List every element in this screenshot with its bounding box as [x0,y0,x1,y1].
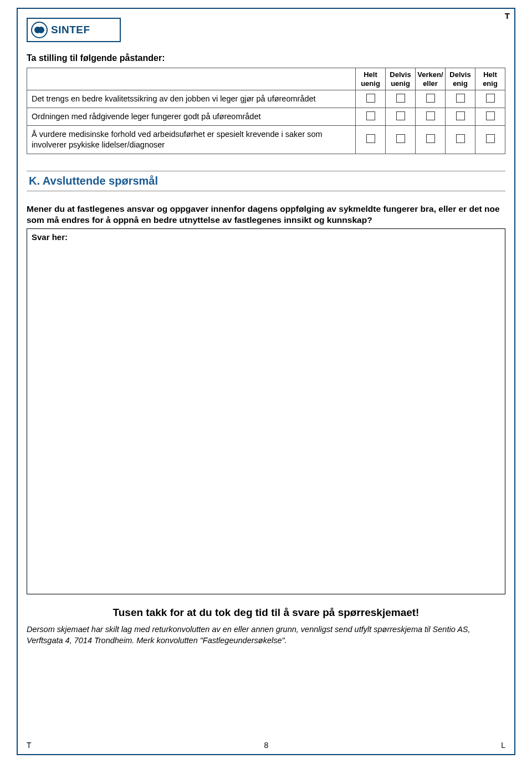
checkbox[interactable] [426,111,435,120]
table-row: Å vurdere medisinske forhold ved arbeids… [27,125,505,154]
col-header: Helt enig [475,68,505,90]
page-footer: T 8 L [27,741,505,750]
checkbox[interactable] [366,134,375,143]
checkbox[interactable] [486,111,495,120]
likert-table: Helt uenig Delvis uenig Verken/ eller De… [27,68,505,154]
checkbox[interactable] [486,94,495,103]
table-row: Ordningen med rådgivende leger fungerer … [27,108,505,126]
table-row: Det trengs en bedre kvalitetssikring av … [27,90,505,108]
checkbox[interactable] [456,94,465,103]
answer-textarea[interactable]: Svar her: [27,228,505,594]
statement-cell: Å vurdere medisinske forhold ved arbeids… [27,125,356,154]
col-header: Delvis uenig [386,68,416,90]
answer-label: Svar her: [32,232,500,242]
open-question: Mener du at fastlegenes ansvar og oppgav… [27,203,505,227]
checkbox[interactable] [366,94,375,103]
statement-cell: Ordningen med rådgivende leger fungerer … [27,108,356,126]
thank-you: Tusen takk for at du tok deg tid til å s… [27,607,505,619]
matrix-instruction: Ta stilling til følgende påstander: [27,53,505,63]
col-header: Helt uenig [356,68,386,90]
checkbox[interactable] [396,94,405,103]
sintef-logo-icon [31,22,48,38]
col-header: Verken/ eller [416,68,446,90]
checkbox[interactable] [426,134,435,143]
section-k-title: K. Avsluttende spørsmål [29,175,158,187]
footer-left: T [27,741,32,750]
checkbox[interactable] [426,94,435,103]
closing-note: Dersom skjemaet har skilt lag med returk… [27,624,505,646]
checkbox[interactable] [456,111,465,120]
col-header: Delvis enig [446,68,475,90]
statement-cell: Det trengs en bedre kvalitetssikring av … [27,90,356,108]
checkbox[interactable] [486,134,495,143]
section-k-header: K. Avsluttende spørsmål [27,171,505,191]
checkbox[interactable] [396,111,405,120]
checkbox[interactable] [456,134,465,143]
footer-page-number: 8 [264,741,268,750]
corner-marker-top: T [505,11,510,21]
sintef-logo-text: SINTEF [51,24,90,36]
checkbox[interactable] [366,111,375,120]
stub-header [27,68,356,90]
sintef-logo: SINTEF [27,18,121,42]
page-content: Ta stilling til følgende påstander: Helt… [27,53,505,741]
footer-right: L [501,741,505,750]
checkbox[interactable] [396,134,405,143]
